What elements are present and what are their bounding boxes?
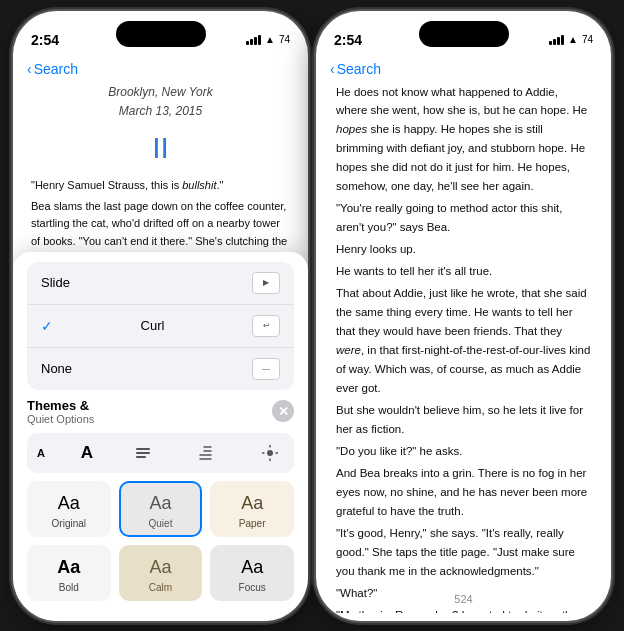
theme-focus[interactable]: Aa Focus [210, 545, 294, 601]
top-nav-right[interactable]: ‹ Search [316, 59, 611, 83]
curl-icon: ↩ [252, 315, 280, 337]
themes-title: Themes & [27, 398, 94, 413]
status-icons-right: ▲ 74 [549, 34, 593, 45]
svg-point-3 [267, 450, 273, 456]
theme-bold-label: Bold [59, 582, 79, 593]
phone-left: 2:54 ▲ 74 ‹ Search [13, 11, 308, 621]
theme-paper-label: Paper [239, 518, 266, 529]
check-icon: ✓ [41, 318, 53, 334]
time-right: 2:54 [334, 32, 362, 48]
theme-bold[interactable]: Aa Bold [27, 545, 111, 601]
chapter-number: II [31, 125, 290, 172]
curl-label: Curl [141, 318, 165, 333]
back-button-right[interactable]: ‹ Search [330, 61, 381, 77]
reading-para-5: That about Addie, just like he wrote, th… [336, 284, 591, 398]
time-left: 2:54 [31, 32, 59, 48]
theme-calm[interactable]: Aa Calm [119, 545, 203, 601]
reading-text: He does not know what happened to Addie,… [336, 83, 591, 613]
wifi-icon: ▲ [265, 34, 275, 45]
theme-cards-grid: Aa Original Aa Quiet Aa Paper Aa Bold Aa [27, 481, 294, 601]
reading-para-8: And Bea breaks into a grin. There is no … [336, 464, 591, 521]
dynamic-island-right [419, 21, 509, 47]
slide-icon: ▶ [252, 272, 280, 294]
battery-right: 74 [582, 34, 593, 45]
top-nav-left[interactable]: ‹ Search [13, 59, 308, 83]
reading-para-2: "You're really going to method actor thi… [336, 199, 591, 237]
font-controls-row: A A [27, 433, 294, 473]
transition-slide[interactable]: Slide ▶ [27, 262, 294, 305]
reading-para-7: "Do you like it?" he asks. [336, 442, 591, 461]
transition-none[interactable]: None — [27, 348, 294, 390]
theme-focus-sample: Aa [241, 557, 263, 578]
overlay-panel: Slide ▶ ✓ Curl ↩ None — [13, 252, 308, 621]
book-para-1: "Henry Samuel Strauss, this is bullshit.… [31, 177, 290, 194]
none-icon: — [252, 358, 280, 380]
theme-original-label: Original [52, 518, 86, 529]
theme-paper-sample: Aa [241, 493, 263, 514]
reading-para-9: "It's good, Henry," she says. "It's real… [336, 524, 591, 581]
format-icon[interactable] [129, 439, 157, 467]
signal-icon-right [549, 35, 564, 45]
none-label: None [41, 361, 72, 376]
theme-quiet-sample: Aa [149, 493, 171, 514]
themes-title-block: Themes & Quiet Options [27, 398, 94, 425]
dynamic-island [116, 21, 206, 47]
brightness-icon[interactable] [256, 439, 284, 467]
transition-curl[interactable]: ✓ Curl ↩ [27, 305, 294, 348]
close-button[interactable]: ✕ [272, 400, 294, 422]
theme-paper[interactable]: Aa Paper [210, 481, 294, 537]
theme-bold-sample: Aa [57, 557, 80, 578]
page-number: 524 [454, 593, 472, 605]
transition-menu: Slide ▶ ✓ Curl ↩ None — [27, 262, 294, 390]
themes-header: Themes & Quiet Options ✕ [27, 398, 294, 425]
theme-focus-label: Focus [239, 582, 266, 593]
reading-para-11: "My thesis. Remember? I wanted to do it … [336, 606, 591, 613]
reading-content: He does not know what happened to Addie,… [316, 83, 611, 613]
book-location: Brooklyn, New York March 13, 2015 [31, 83, 290, 121]
theme-quiet[interactable]: Aa Quiet [119, 481, 203, 537]
back-chevron-right: ‹ [330, 61, 335, 77]
status-icons-left: ▲ 74 [246, 34, 290, 45]
font-size-large[interactable]: A [81, 443, 93, 463]
theme-calm-label: Calm [149, 582, 172, 593]
reading-para-3: Henry looks up. [336, 240, 591, 259]
phones-container: 2:54 ▲ 74 ‹ Search [0, 0, 624, 631]
battery-left: 74 [279, 34, 290, 45]
theme-original[interactable]: Aa Original [27, 481, 111, 537]
back-chevron-left: ‹ [27, 61, 32, 77]
reading-para-6: But she wouldn't believe him, so he lets… [336, 401, 591, 439]
svg-rect-1 [136, 452, 150, 454]
theme-quiet-label: Quiet [149, 518, 173, 529]
svg-rect-2 [136, 456, 146, 458]
reading-para-1: He does not know what happened to Addie,… [336, 83, 591, 197]
theme-calm-sample: Aa [149, 557, 171, 578]
back-label-left: Search [34, 61, 78, 77]
paragraph-icon[interactable] [192, 439, 220, 467]
themes-subtitle: Quiet Options [27, 413, 94, 425]
wifi-icon-right: ▲ [568, 34, 578, 45]
svg-rect-0 [136, 448, 150, 450]
theme-original-sample: Aa [58, 493, 80, 514]
phone-right: 2:54 ▲ 74 ‹ Search [316, 11, 611, 621]
reading-para-4: He wants to tell her it's all true. [336, 262, 591, 281]
back-button-left[interactable]: ‹ Search [27, 61, 78, 77]
signal-icon [246, 35, 261, 45]
font-size-small[interactable]: A [37, 447, 45, 459]
slide-label: Slide [41, 275, 70, 290]
back-label-right: Search [337, 61, 381, 77]
